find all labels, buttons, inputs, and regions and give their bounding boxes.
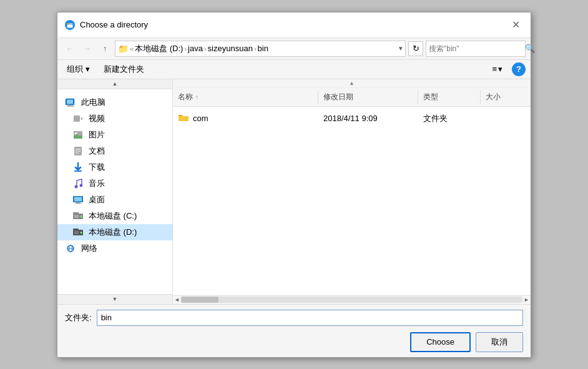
svg-rect-5 [67, 106, 74, 106]
table-row[interactable]: com 2018/4/11 9:09 文件夹 [173, 109, 531, 128]
sort-arrow-icon: ↑ [195, 94, 198, 101]
forward-icon: → [84, 44, 91, 53]
address-dropdown-btn[interactable]: ▾ [399, 44, 403, 52]
organize-label: 组织 [67, 64, 83, 75]
h-scrollbar[interactable]: ◄ ► [173, 295, 531, 304]
sidebar-label-local-d: 本地磁盘 (D:) [89, 227, 137, 238]
this-pc-icon [65, 97, 76, 108]
col-header-modified[interactable]: 修改日期 [318, 91, 418, 104]
sidebar-up-arrow: ▲ [112, 81, 118, 87]
svg-rect-20 [76, 202, 80, 204]
breadcrumb-1[interactable]: java [188, 44, 203, 53]
sidebar-item-downloads[interactable]: 下载 [57, 159, 172, 175]
cancel-button[interactable]: 取消 [476, 332, 523, 352]
music-icon [72, 178, 84, 189]
sidebar: 此电脑 视频 [57, 89, 172, 294]
h-scrollbar-thumb[interactable] [181, 297, 218, 303]
organize-button[interactable]: 组织 ▾ [62, 62, 94, 77]
refresh-icon: ↻ [413, 44, 419, 53]
col-header-type[interactable]: 类型 [418, 91, 481, 104]
svg-marker-7 [81, 117, 83, 121]
sidebar-container: ▲ 此电脑 [57, 79, 173, 304]
documents-icon [72, 145, 84, 157]
sidebar-item-local-d[interactable]: 本地磁盘 (D:) [57, 224, 172, 240]
desktop-icon [72, 194, 84, 205]
bottom-bar: 文件夹: Choose 取消 [57, 304, 531, 357]
svg-point-28 [81, 232, 82, 234]
up-button[interactable]: ↑ [97, 41, 112, 56]
sidebar-item-local-c[interactable]: 本地磁盘 (C:) [57, 208, 172, 224]
file-chooser-dialog: Choose a directory ✕ ← → ↑ 📁 « 本地磁盘 (D:)… [57, 12, 531, 358]
view-icon: ≡ [492, 64, 497, 74]
col-header-name[interactable]: 名称 ↑ [173, 91, 318, 104]
search-input[interactable] [429, 44, 522, 53]
svg-rect-6 [74, 116, 80, 122]
col-header-size[interactable]: 大小 [481, 91, 531, 104]
scroll-right-arrow[interactable]: ► [524, 297, 529, 303]
organize-arrow: ▾ [86, 64, 90, 74]
sidebar-item-documents[interactable]: 文档 [57, 143, 172, 159]
help-button[interactable]: ? [512, 62, 526, 76]
scroll-left-arrow[interactable]: ◄ [174, 297, 180, 303]
file-modified: 2018/4/11 9:09 [323, 114, 378, 123]
back-button[interactable]: ← [62, 41, 77, 56]
sidebar-item-music[interactable]: 音乐 [57, 175, 172, 192]
folder-icon [178, 112, 189, 125]
view-arrow: ▾ [498, 64, 502, 74]
up-icon: ↑ [103, 44, 107, 53]
sidebar-item-videos[interactable]: 视频 [57, 111, 172, 127]
new-folder-label: 新建文件夹 [104, 64, 144, 75]
svg-rect-23 [74, 215, 79, 218]
content-up-arrow: ▲ [349, 80, 355, 86]
breadcrumb-0[interactable]: 本地磁盘 (D:) [135, 43, 183, 54]
breadcrumb-sep1: › [184, 45, 187, 52]
forward-button[interactable]: → [80, 41, 95, 56]
close-button[interactable]: ✕ [508, 17, 523, 32]
sidebar-label-desktop: 桌面 [89, 194, 105, 205]
file-type-cell: 文件夹 [418, 111, 481, 126]
new-folder-button[interactable]: 新建文件夹 [99, 62, 149, 77]
pictures-icon [72, 129, 84, 140]
column-headers: 名称 ↑ 修改日期 类型 大小 [173, 88, 531, 107]
sidebar-scroll-down[interactable]: ▼ [57, 294, 172, 304]
svg-rect-21 [75, 203, 81, 204]
search-bar[interactable]: 🔍 [426, 41, 526, 57]
h-scrollbar-track [181, 297, 522, 303]
svg-rect-29 [73, 229, 79, 230]
choose-button[interactable]: Choose [410, 332, 471, 352]
folder-label: 文件夹: [65, 312, 92, 323]
sidebar-label-network: 网络 [81, 243, 97, 254]
search-icon: 🔍 [525, 44, 535, 53]
local-d-icon [72, 227, 84, 238]
sidebar-label-pictures: 图片 [89, 129, 105, 140]
sidebar-label-local-c: 本地磁盘 (C:) [89, 210, 137, 222]
breadcrumb-3[interactable]: bin [258, 44, 268, 53]
file-modified-cell: 2018/4/11 9:09 [318, 111, 418, 126]
svg-rect-15 [74, 170, 82, 172]
folder-input[interactable] [97, 310, 523, 326]
back-icon: ← [66, 44, 74, 53]
sidebar-item-network[interactable]: 网络 [57, 240, 172, 257]
refresh-button[interactable]: ↻ [408, 41, 423, 56]
svg-point-17 [80, 184, 83, 187]
downloads-icon [72, 162, 84, 173]
sidebar-scroll-up[interactable]: ▲ [57, 79, 172, 89]
address-folder-icon: 📁 [118, 44, 129, 54]
sidebar-label-videos: 视频 [89, 113, 105, 124]
local-c-icon [72, 210, 84, 222]
second-toolbar: 组织 ▾ 新建文件夹 ≡ ▾ ? [57, 60, 531, 79]
content-scroll-up[interactable]: ▲ [173, 79, 531, 88]
file-name-cell: com [173, 111, 318, 126]
view-button[interactable]: ≡ ▾ [488, 62, 507, 76]
videos-icon [72, 113, 84, 124]
file-size-cell [481, 111, 531, 126]
breadcrumb-2[interactable]: sizeyunsuan [208, 44, 253, 53]
content-area: ▲ 名称 ↑ 修改日期 类型 大小 [173, 79, 531, 304]
svg-rect-3 [67, 99, 73, 104]
sidebar-item-desktop[interactable]: 桌面 [57, 192, 172, 208]
svg-rect-25 [73, 212, 79, 214]
dialog-title: Choose a directory [80, 20, 503, 29]
file-name: com [193, 114, 208, 123]
sidebar-item-this-pc[interactable]: 此电脑 [57, 94, 172, 111]
sidebar-item-pictures[interactable]: 图片 [57, 127, 172, 143]
